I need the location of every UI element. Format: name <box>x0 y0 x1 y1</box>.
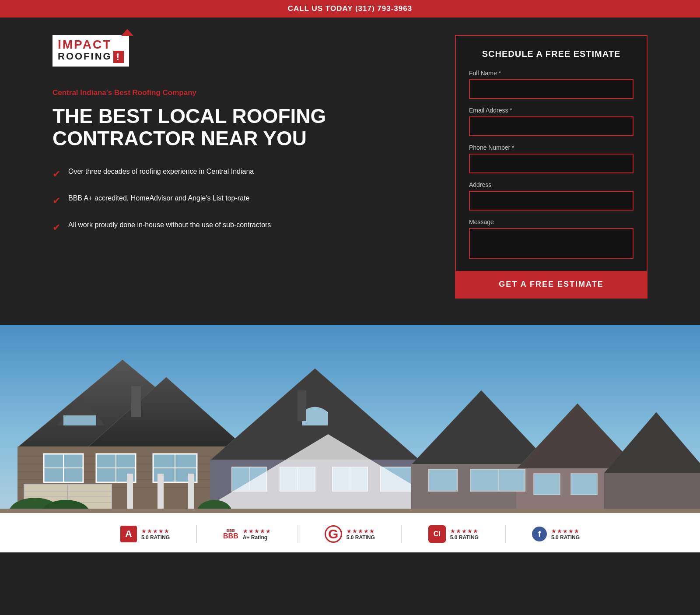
form-group-phone: Phone Number * <box>469 144 634 173</box>
rating-divider-4 <box>505 525 506 543</box>
logo-impact: IMPACT <box>58 39 124 51</box>
label-email: Email Address * <box>469 107 634 114</box>
label-message: Message <box>469 218 634 225</box>
check-icon-1: ✔ <box>52 168 60 181</box>
rating-item-google: G ★★★★★ 5.0 RATING <box>325 525 375 543</box>
label-phone: Phone Number * <box>469 144 634 151</box>
svg-rect-45 <box>604 473 700 513</box>
form-group-message: Message <box>469 218 634 260</box>
angi-logo-icon: CI <box>428 525 446 543</box>
logo-roofing: ROOFING! <box>58 51 124 63</box>
input-message[interactable] <box>469 228 634 259</box>
svg-rect-54 <box>0 509 700 513</box>
input-phone[interactable] <box>469 154 634 173</box>
phone-cta: CALL US TODAY (317) 793-3963 <box>288 4 412 13</box>
house-image-section <box>0 325 700 513</box>
svg-rect-50 <box>571 474 597 495</box>
input-address[interactable] <box>469 191 634 211</box>
rating-divider-3 <box>401 525 402 543</box>
estimate-form-card: SCHEDULE A FREE ESTIMATE Full Name * Ema… <box>455 35 648 299</box>
facebook-logo-icon: f <box>532 527 547 541</box>
ratings-bar: A ★★★★★ 5.0 RATING BBB BBB ★★★★★ A+ Rati… <box>0 513 700 552</box>
svg-rect-49 <box>534 474 560 495</box>
svg-rect-27 <box>158 474 164 513</box>
google-logo-icon: G <box>325 525 342 543</box>
logo-arrow-icon <box>121 29 133 36</box>
logo-box: IMPACT ROOFING! <box>52 35 129 67</box>
svg-rect-46 <box>429 469 457 491</box>
facebook-stars: ★★★★★ <box>551 528 580 534</box>
form-group-address: Address <box>469 181 634 211</box>
google-label: 5.0 RATING <box>346 534 375 541</box>
form-group-email: Email Address * <box>469 107 634 136</box>
hero-features: ✔ Over three decades of roofing experien… <box>52 167 429 234</box>
hero-section: IMPACT ROOFING! Central Indiana's Best R… <box>0 18 700 325</box>
bbb-stars: ★★★★★ <box>243 528 271 534</box>
hero-tagline: Central Indiana's Best Roofing Company <box>52 88 429 97</box>
check-icon-3: ✔ <box>52 221 60 235</box>
rating-item-angi: CI ★★★★★ 5.0 RATING <box>428 525 479 543</box>
feature-item-3: ✔ All work proudly done in-house without… <box>52 220 429 235</box>
svg-rect-26 <box>127 474 133 513</box>
feature-item-2: ✔ BBB A+ accredited, HomeAdvisor and Ang… <box>52 193 429 208</box>
check-icon-2: ✔ <box>52 194 60 208</box>
svg-rect-31 <box>298 390 306 421</box>
angi-stars: ★★★★★ <box>450 528 479 534</box>
label-address: Address <box>469 181 634 188</box>
google-rating-info: ★★★★★ 5.0 RATING <box>346 528 375 541</box>
feature-item-1: ✔ Over three decades of roofing experien… <box>52 167 429 181</box>
bbb-rating-info: ★★★★★ A+ Rating <box>243 528 271 541</box>
bbb-logo-icon: BBB BBB <box>223 529 238 540</box>
hero-left: IMPACT ROOFING! Central Indiana's Best R… <box>52 35 429 235</box>
label-full-name: Full Name * <box>469 70 634 77</box>
logo-wrap: IMPACT ROOFING! <box>52 35 429 67</box>
angielist-label: 5.0 RATING <box>141 534 170 541</box>
rating-divider-1 <box>196 525 197 543</box>
form-group-name: Full Name * <box>469 70 634 99</box>
angielist-rating-info: ★★★★★ 5.0 RATING <box>141 528 170 541</box>
facebook-rating-info: ★★★★★ 5.0 RATING <box>551 528 580 541</box>
angielist-logo-icon: A <box>120 526 137 542</box>
form-title: SCHEDULE A FREE ESTIMATE <box>469 49 634 59</box>
svg-rect-48 <box>499 469 525 491</box>
angi-label: 5.0 RATING <box>450 534 479 541</box>
rating-divider-2 <box>298 525 298 543</box>
svg-rect-47 <box>470 469 499 491</box>
facebook-label: 5.0 RATING <box>551 534 580 541</box>
svg-rect-4 <box>63 415 96 425</box>
rating-item-facebook: f ★★★★★ 5.0 RATING <box>532 527 580 541</box>
rating-item-angielist: A ★★★★★ 5.0 RATING <box>120 526 170 542</box>
svg-rect-25 <box>131 386 141 417</box>
submit-button[interactable]: GET A FREE ESTIMATE <box>456 271 647 298</box>
input-email[interactable] <box>469 116 634 136</box>
svg-rect-28 <box>188 474 194 513</box>
rating-item-bbb: BBB BBB ★★★★★ A+ Rating <box>223 528 271 541</box>
bbb-label: A+ Rating <box>243 534 271 541</box>
top-bar: CALL US TODAY (317) 793-3963 <box>0 0 700 18</box>
hero-headline: THE BEST LOCAL ROOFING CONTRACTOR NEAR Y… <box>52 105 429 149</box>
google-stars: ★★★★★ <box>346 528 375 534</box>
angi-rating-info: ★★★★★ 5.0 RATING <box>450 528 479 541</box>
angielist-stars: ★★★★★ <box>141 528 170 534</box>
input-full-name[interactable] <box>469 79 634 99</box>
